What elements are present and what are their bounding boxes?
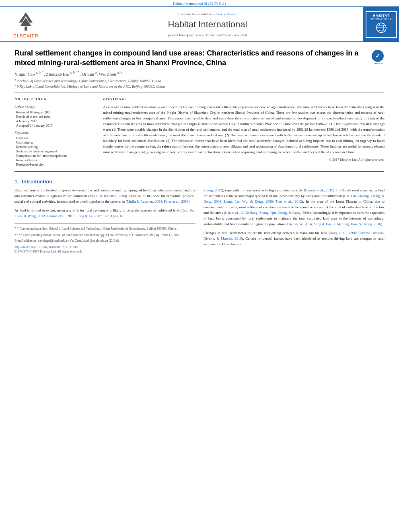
globe-icon (369, 22, 394, 35)
history-label: Article history: (14, 105, 95, 109)
kw-resource-city: Resource-based city (14, 162, 95, 166)
intro-para-3: Zhang, 2012), especially in those areas … (204, 188, 385, 227)
introduction-body: Rural settlements are located in spaces … (14, 188, 385, 253)
elsevier-tree-icon (15, 10, 37, 33)
elsevier-brand-text: ELSEVIER (13, 33, 38, 38)
journal-citation-bar: Habitat International 61 (2017) 9–21 (0, 0, 399, 6)
article-info-column: ARTICLE INFO Article history: Received 1… (14, 97, 95, 167)
kw-rural-settlement: Rural settlement (14, 158, 95, 162)
journal-citation: Habitat International 61 (2017) 9–21 (173, 2, 226, 6)
journal-title: Habitat International (168, 19, 247, 30)
issn-line: 0197-3975/© 2017 Elsevier Ltd. All right… (14, 250, 195, 253)
crossmark-symbol: ✓ (375, 53, 380, 60)
article-info-heading: ARTICLE INFO (14, 97, 95, 102)
keywords-label: Keywords: (14, 131, 95, 135)
habitat-intl: INTERNATIONAL (369, 18, 394, 21)
intro-para-2: As land is limited in extent, using any … (14, 208, 195, 219)
intro-para-1: Rural settlements are located in spaces … (14, 188, 195, 205)
affiliation-b: b b Key Lab of Land Consolidation, Minis… (14, 84, 385, 88)
journal-name-area: Contents lists available at ScienceDirec… (52, 7, 363, 41)
homepage-link[interactable]: www.elsevier.com/locate/habitatint (196, 33, 247, 37)
abstract-text: As a result of rural settlements moving … (103, 105, 385, 155)
crossmark-badge[interactable]: ✓ CrossMark (372, 50, 385, 65)
date-accepted: Accepted 14 January 2017 (14, 123, 95, 127)
kw-land-use: Land use (14, 136, 95, 140)
habitat-logo: HABITAT INTERNATIONAL (366, 11, 397, 38)
date-revised: 4 January 2017 (14, 119, 95, 123)
footnotes-section: * * Corresponding author. School of Land… (14, 223, 195, 253)
elsevier-logo-area: ELSEVIER (0, 7, 52, 41)
footnote-2: ** ** Corresponding author. School of La… (14, 232, 195, 238)
habitat-logo-area: HABITAT INTERNATIONAL (363, 7, 399, 41)
divider-blue (14, 171, 385, 172)
article-info-abstract: ARTICLE INFO Article history: Received 1… (14, 97, 385, 167)
footnote-1: * * Corresponding author. School of Land… (14, 226, 195, 231)
kw-compensation: Compensation for land expropriation (14, 154, 95, 158)
habitat-title: HABITAT (369, 14, 394, 18)
journal-header: ELSEVIER Contents lists available at Sci… (0, 6, 399, 42)
article-body: Rural settlement changes in compound lan… (0, 42, 399, 260)
crossmark-label: CrossMark (372, 62, 385, 65)
kw-coal-mining: Coal mining (14, 140, 95, 144)
intro-col-right: Zhang, 2012), especially in those areas … (204, 188, 385, 253)
abstract-column: ABSTRACT As a result of rural settlement… (103, 97, 385, 167)
copyright-line: © 2017 Elsevier Ltd. All rights reserved… (103, 158, 385, 162)
introduction-heading: 1. Introduction (14, 179, 385, 185)
sciencedirect-label: Contents lists available at ScienceDirec… (179, 12, 237, 16)
kw-sustainable: Sustainable land management (14, 149, 95, 153)
sciencedirect-link[interactable]: ScienceDirect (216, 12, 237, 16)
article-title: Rural settlement changes in compound lan… (14, 48, 372, 68)
section-num: 1. (14, 179, 19, 185)
divider-1 (14, 92, 385, 93)
title-section: Rural settlement changes in compound lan… (14, 48, 385, 68)
svg-rect-0 (25, 27, 27, 31)
elsevier-logo: ELSEVIER (13, 10, 38, 38)
kw-remote-sensing: Remote sensing (14, 145, 95, 149)
keywords-section: Keywords: Land use Coal mining Remote se… (14, 131, 95, 166)
intro-para-4: Changes in rural settlements reflect the… (204, 230, 385, 247)
crossmark-circle: ✓ (372, 50, 384, 62)
intro-col-left: Rural settlements are located in spaces … (14, 188, 195, 253)
authors-line: Yingui Cao a, b, *, Zhongke Bai a, b, **… (14, 71, 385, 77)
abstract-heading: ABSTRACT (103, 97, 385, 102)
date-revised-label: Received in revised form (14, 115, 95, 119)
affiliation-a: a a School of Land Science and Technolog… (14, 78, 385, 83)
section-title-text: Introduction (22, 179, 52, 185)
doi-line[interactable]: http://dx.doi.org/10.1016/j.habitatint.2… (14, 245, 195, 249)
date-received: Received 18 August 2016 (14, 110, 95, 114)
authors-text: Yingui Cao a, b, *, Zhongke Bai a, b, **… (14, 72, 122, 76)
footnote-email: E-mail addresses: caoyingui@cugb.edu.cn … (14, 238, 195, 243)
homepage-line: journal homepage: www.elsevier.com/locat… (168, 33, 247, 37)
